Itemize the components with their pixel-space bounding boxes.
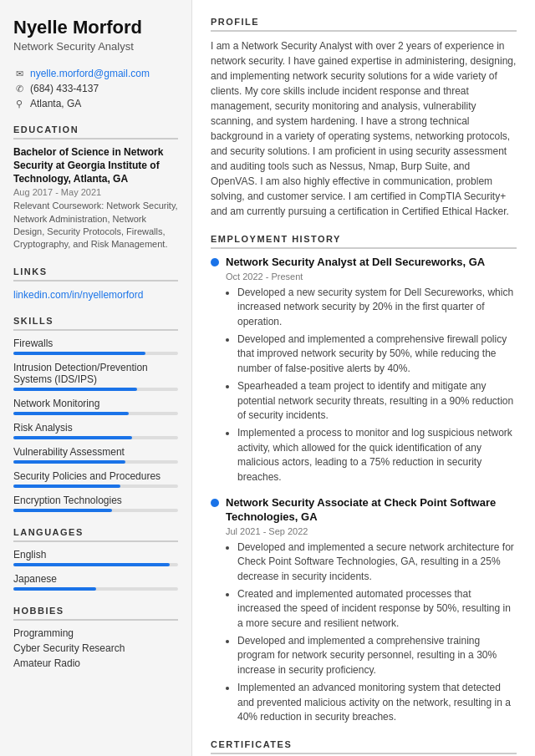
email-link[interactable]: nyelle.morford@gmail.com <box>30 68 150 79</box>
job-title-text: Network Security Analyst at Dell Securew… <box>226 256 485 270</box>
location-icon: ⚲ <box>13 99 25 109</box>
hobbies-section: HOBBIES ProgrammingCyber Security Resear… <box>13 606 178 669</box>
skill-name: Risk Analysis <box>13 422 178 434</box>
skill-item: Security Policies and Procedures <box>13 470 178 488</box>
main-content: PROFILE I am a Network Security Analyst … <box>192 0 535 756</box>
location-text: Atlanta, GA <box>30 98 81 109</box>
hobby-item: Cyber Security Research <box>13 642 178 654</box>
linkedin-anchor[interactable]: linkedin.com/in/nyellemorford <box>13 289 143 301</box>
location-item: ⚲ Atlanta, GA <box>13 98 178 109</box>
links-section: LINKS linkedin.com/in/nyellemorford <box>13 266 178 301</box>
languages-section: LANGUAGES English Japanese <box>13 527 178 591</box>
skill-bar-bg <box>13 509 178 512</box>
job-bullets: Developed and implemented a secure netwo… <box>226 540 517 725</box>
education-title: EDUCATION <box>13 124 178 140</box>
hobbies-title: HOBBIES <box>13 606 178 621</box>
job-dates: Jul 2021 - Sep 2022 <box>226 526 517 536</box>
job-entry: Network Security Associate at Check Poin… <box>211 496 517 724</box>
phone-item: ✆ (684) 433-4137 <box>13 83 178 94</box>
skill-bar-bg <box>13 388 178 391</box>
profile-title: PROFILE <box>211 17 517 32</box>
skill-item: Risk Analysis <box>13 422 178 439</box>
languages-title: LANGUAGES <box>13 527 178 542</box>
skill-bar-bg <box>13 485 178 488</box>
profile-text: I am a Network Security Analyst with ove… <box>211 38 517 219</box>
job-dot <box>211 499 219 507</box>
employment-section: EMPLOYMENT HISTORY Network Security Anal… <box>211 234 517 724</box>
sidebar: Nyelle Morford Network Security Analyst … <box>0 0 192 756</box>
bullet-item: Implemented an advanced monitoring syste… <box>237 681 517 724</box>
skill-name: Security Policies and Procedures <box>13 470 178 482</box>
skill-bar-fill <box>13 388 137 391</box>
hobby-item: Programming <box>13 627 178 639</box>
languages-list: English Japanese <box>13 549 178 591</box>
email-item: ✉ nyelle.morford@gmail.com <box>13 68 178 79</box>
education-section: EDUCATION Bachelor of Science in Network… <box>13 124 178 251</box>
bullet-item: Spearheaded a team project to identify a… <box>237 379 517 423</box>
links-title: LINKS <box>13 266 178 282</box>
skill-bar-fill <box>13 460 125 464</box>
skill-bar-bg <box>13 412 178 415</box>
skill-name: Firewalls <box>13 337 178 349</box>
job-title-text: Network Security Associate at Check Poin… <box>226 496 517 525</box>
profile-section: PROFILE I am a Network Security Analyst … <box>211 17 517 219</box>
coursework-label: Relevant Coursework: <box>13 200 104 211</box>
bullet-item: Created and implemented automated proces… <box>237 587 517 631</box>
lang-bar-bg <box>13 563 178 566</box>
skill-name: Network Monitoring <box>13 398 178 409</box>
bullet-item: Implemented a process to monitor and log… <box>237 426 517 485</box>
phone-icon: ✆ <box>13 84 25 94</box>
lang-name: Japanese <box>13 573 178 585</box>
candidate-title: Network Security Analyst <box>13 40 178 53</box>
skill-bar-bg <box>13 352 178 355</box>
hobbies-list: ProgrammingCyber Security ResearchAmateu… <box>13 627 178 669</box>
name-section: Nyelle Morford Network Security Analyst <box>13 17 178 53</box>
skill-name: Encryption Technologies <box>13 495 178 506</box>
language-item: Japanese <box>13 573 178 591</box>
job-entry: Network Security Analyst at Dell Securew… <box>211 256 517 485</box>
employment-title: EMPLOYMENT HISTORY <box>211 234 517 249</box>
language-item: English <box>13 549 178 566</box>
skill-item: Vulnerability Assessment <box>13 446 178 464</box>
skill-bar-fill <box>13 509 112 512</box>
skill-item: Firewalls <box>13 337 178 355</box>
skill-bar-fill <box>13 412 129 415</box>
job-header: Network Security Analyst at Dell Securew… <box>211 256 517 270</box>
bullet-item: Developed and implemented a comprehensiv… <box>237 634 517 677</box>
jobs-list: Network Security Analyst at Dell Securew… <box>211 256 517 724</box>
bullet-item: Developed and implemented a secure netwo… <box>237 540 517 584</box>
bullet-item: Developed and implemented a comprehensiv… <box>237 332 517 376</box>
candidate-name: Nyelle Morford <box>13 17 178 38</box>
skill-bar-fill <box>13 352 145 355</box>
skill-item: Intrusion Detection/Prevention Systems (… <box>13 362 178 391</box>
job-dates: Oct 2022 - Present <box>226 271 517 282</box>
job-header: Network Security Associate at Check Poin… <box>211 496 517 525</box>
lang-name: English <box>13 549 178 561</box>
skill-bar-bg <box>13 436 178 439</box>
edu-dates: Aug 2017 - May 2021 <box>13 187 178 197</box>
bullet-item: Developed a new security system for Dell… <box>237 286 517 329</box>
lang-bar-bg <box>13 587 178 591</box>
contact-section: ✉ nyelle.morford@gmail.com ✆ (684) 433-4… <box>13 68 178 109</box>
skill-item: Network Monitoring <box>13 398 178 415</box>
skill-item: Encryption Technologies <box>13 495 178 512</box>
email-icon: ✉ <box>13 68 25 79</box>
skills-section: SKILLS Firewalls Intrusion Detection/Pre… <box>13 316 178 512</box>
edu-coursework: Relevant Coursework: Network Security, N… <box>13 200 178 251</box>
certificates-section: CERTIFICATES Certified Information Syste… <box>211 739 517 756</box>
skill-name: Intrusion Detection/Prevention Systems (… <box>13 362 178 385</box>
skills-title: SKILLS <box>13 316 178 331</box>
hobby-item: Amateur Radio <box>13 657 178 669</box>
edu-degree: Bachelor of Science in Network Security … <box>13 146 178 185</box>
skills-list: Firewalls Intrusion Detection/Prevention… <box>13 337 178 512</box>
job-bullets: Developed a new security system for Dell… <box>226 286 517 485</box>
phone-text: (684) 433-4137 <box>30 83 99 94</box>
lang-bar-fill <box>13 563 170 566</box>
certificates-title: CERTIFICATES <box>211 739 517 754</box>
skill-bar-fill <box>13 436 132 439</box>
lang-bar-fill <box>13 587 96 591</box>
skill-name: Vulnerability Assessment <box>13 446 178 458</box>
skill-bar-bg <box>13 460 178 464</box>
job-dot <box>211 258 219 266</box>
linkedin-link[interactable]: linkedin.com/in/nyellemorford <box>13 288 178 301</box>
